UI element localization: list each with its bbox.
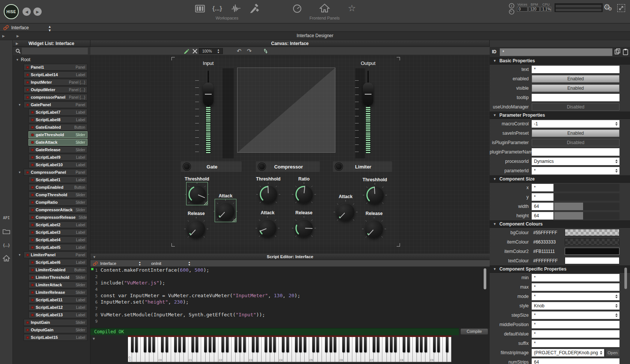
colour-swatch-textColour[interactable] bbox=[565, 257, 619, 264]
canvas-area[interactable]: Input Output Gate Compressor Limiter Thr… bbox=[90, 55, 490, 254]
collapse-left-icon[interactable]: ▶ bbox=[2, 34, 5, 38]
forward-button[interactable]: ▶ bbox=[33, 8, 42, 16]
property-dropdown-stepSize[interactable]: * bbox=[532, 311, 619, 319]
property-input-x[interactable]: * bbox=[532, 184, 553, 191]
script-editor-header[interactable]: ▼ Script Editor: Interface bbox=[90, 254, 490, 260]
colour-swatch-itemColour2[interactable] bbox=[565, 248, 619, 255]
spinner-icon[interactable] bbox=[613, 313, 619, 317]
fullscreen-icon[interactable] bbox=[617, 4, 625, 12]
black-key[interactable] bbox=[252, 337, 254, 352]
script-selector-spinner-icon[interactable]: ▲▼ bbox=[48, 25, 51, 32]
black-key[interactable] bbox=[165, 337, 168, 352]
widget-item-GateEnabled[interactable]: GateEnabledButton bbox=[29, 124, 87, 131]
section-header[interactable]: ▼Parameter Properties bbox=[490, 111, 630, 119]
widget-item-GatePanel[interactable]: GatePanelPanel bbox=[24, 101, 87, 108]
size-slider-x[interactable] bbox=[554, 184, 619, 191]
file-browser-icon[interactable] bbox=[0, 229, 13, 236]
widget-item-ScriptLabel15[interactable]: ScriptLabel15Label bbox=[24, 334, 87, 341]
black-key[interactable] bbox=[256, 337, 259, 352]
script-watch-item[interactable]: {...} bbox=[0, 243, 13, 247]
black-key[interactable] bbox=[204, 337, 207, 352]
property-input-numStrips[interactable]: 64 bbox=[532, 358, 619, 364]
limiter-enable-led-button[interactable] bbox=[335, 163, 343, 170]
property-input-suffix[interactable]: * bbox=[532, 340, 619, 347]
property-input-min[interactable]: * bbox=[532, 274, 619, 281]
property-input-max[interactable]: * bbox=[532, 283, 619, 291]
black-key[interactable] bbox=[385, 337, 388, 352]
black-key[interactable] bbox=[403, 337, 405, 352]
id-input[interactable]: * bbox=[500, 48, 612, 56]
black-key[interactable] bbox=[373, 337, 375, 352]
black-key[interactable] bbox=[239, 337, 241, 352]
widget-item-OutputGain[interactable]: OutputGainSlider bbox=[24, 326, 87, 333]
back-button[interactable]: ◀ bbox=[23, 8, 31, 16]
property-input-width[interactable]: 64 bbox=[532, 203, 553, 210]
spinner-icon[interactable] bbox=[613, 159, 619, 163]
black-key[interactable] bbox=[269, 337, 272, 352]
home-rail-icon[interactable] bbox=[0, 255, 13, 263]
black-key[interactable] bbox=[265, 337, 267, 352]
black-key[interactable] bbox=[178, 337, 181, 352]
columns-view-icon[interactable] bbox=[195, 5, 205, 13]
widget-item-LimiterThreshold[interactable]: LimiterThresholdSlider bbox=[29, 274, 87, 281]
collapse-caret-icon[interactable]: ▾ bbox=[19, 170, 21, 174]
section-header[interactable]: ▼Basic Properties bbox=[490, 57, 630, 65]
black-key[interactable] bbox=[273, 337, 276, 352]
code-scrollbar[interactable] bbox=[484, 268, 486, 289]
black-key[interactable] bbox=[295, 337, 298, 352]
compressor-enable-led-button[interactable] bbox=[258, 163, 266, 170]
black-key[interactable] bbox=[316, 337, 319, 352]
property-dropdown-style[interactable]: Knob bbox=[532, 302, 619, 310]
widget-item-CompressorAttack[interactable]: CompressorAttackSlider bbox=[29, 206, 87, 213]
black-key[interactable] bbox=[329, 337, 332, 352]
black-key[interactable] bbox=[407, 337, 410, 352]
property-toggle-visible[interactable]: Enabled bbox=[532, 84, 619, 92]
script-file-select[interactable]: Interface bbox=[100, 261, 116, 266]
black-key[interactable] bbox=[342, 337, 345, 352]
spinner-icon[interactable] bbox=[613, 304, 619, 308]
black-key[interactable] bbox=[304, 337, 306, 352]
api-browser-item[interactable]: API bbox=[0, 216, 13, 220]
black-key[interactable] bbox=[174, 337, 177, 352]
black-key[interactable] bbox=[282, 337, 284, 352]
widget-search-input[interactable] bbox=[22, 48, 88, 54]
property-input-middlePosition[interactable]: * bbox=[532, 321, 619, 328]
widget-item-compressorPanel[interactable]: compressorPanelPanel {...} bbox=[24, 94, 87, 101]
star-icon[interactable]: ☆ bbox=[348, 3, 356, 14]
widget-item-ScriptLabel11[interactable]: ScriptLabel11Label bbox=[29, 296, 87, 303]
widget-item-CompressorPanel[interactable]: CompressorPanelPanel bbox=[24, 169, 87, 176]
property-dropdown-processorId[interactable]: Dynamics bbox=[532, 158, 619, 165]
scripting-workspace-icon[interactable]: {...} bbox=[212, 5, 222, 12]
black-key[interactable] bbox=[183, 337, 185, 352]
fader-handle[interactable] bbox=[203, 83, 214, 106]
fader-handle[interactable] bbox=[363, 83, 373, 106]
black-key[interactable] bbox=[416, 337, 418, 352]
black-key[interactable] bbox=[334, 337, 336, 352]
black-key[interactable] bbox=[226, 337, 229, 352]
property-dropdown-filmstripImage[interactable]: {PROJECT_FOLDER}Knob.png bbox=[532, 349, 604, 356]
widget-item-CompThreshold[interactable]: CompThresholdSlider bbox=[29, 191, 87, 198]
keyboard-collapse-icon[interactable]: ▼ bbox=[92, 337, 96, 341]
black-key[interactable] bbox=[148, 337, 151, 352]
widget-item-CompRatio[interactable]: CompRatioSlider bbox=[29, 199, 87, 206]
tree-root[interactable]: ▾ Root bbox=[13, 56, 90, 63]
widget-item-GateAttack[interactable]: GateAttackSlider bbox=[29, 139, 87, 146]
script-file-spinner-icon[interactable]: ▲▼ bbox=[138, 261, 141, 266]
property-dropdown-mode[interactable]: * bbox=[532, 293, 619, 300]
black-key[interactable] bbox=[135, 337, 138, 352]
black-key[interactable] bbox=[424, 337, 427, 352]
size-slider-width[interactable] bbox=[554, 203, 619, 210]
collapse-panel-icon[interactable]: ▶ bbox=[17, 34, 19, 38]
root-caret-icon[interactable]: ▾ bbox=[17, 58, 18, 62]
black-key[interactable] bbox=[394, 337, 397, 352]
property-input-tooltip[interactable] bbox=[532, 94, 619, 101]
section-header[interactable]: ▼Component Colours bbox=[490, 220, 630, 228]
black-key[interactable] bbox=[152, 337, 155, 352]
open-file-button[interactable]: Open bbox=[606, 349, 620, 356]
canvas-header[interactable]: Canvas: Interface bbox=[90, 40, 490, 47]
black-key[interactable] bbox=[390, 337, 392, 352]
widget-item-ScriptLabel1[interactable]: ScriptLabel1Label bbox=[29, 176, 87, 183]
settings-gear-icon[interactable]: ⚙⚙ bbox=[603, 3, 612, 11]
selected-script-name[interactable]: Interface bbox=[11, 25, 29, 30]
black-key[interactable] bbox=[286, 337, 289, 352]
